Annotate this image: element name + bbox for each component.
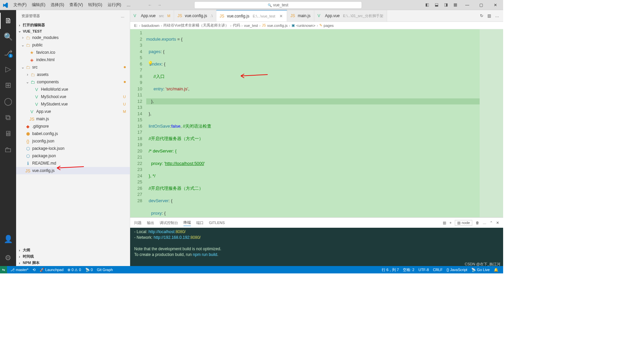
nav-back-icon[interactable]: ← — [147, 3, 153, 7]
tab-vueconfig-local[interactable]: JSvue.config.js.\ — [174, 10, 216, 21]
activity-account[interactable]: 👤 — [0, 231, 16, 247]
section-timeline[interactable]: ›时间线 — [16, 253, 130, 260]
tree-myschool[interactable]: VMySchool.vueU — [16, 93, 130, 100]
minimap[interactable] — [480, 29, 503, 217]
layout-right-icon[interactable]: ◨ — [443, 2, 449, 8]
status-errors[interactable]: ⊗ 0 ⚠ 0 — [65, 268, 83, 272]
tree-public[interactable]: ⌄🗀public — [16, 41, 130, 49]
activity-folder[interactable]: 🗀 — [0, 142, 16, 158]
activity-debug[interactable]: ▷ — [0, 61, 16, 77]
terminal-node-badge[interactable]: ▥ node — [455, 220, 472, 226]
activity-extensions[interactable]: ⊞ — [0, 77, 16, 93]
sidebar-more-icon[interactable]: … — [121, 14, 124, 18]
maximize-button[interactable]: ▢ — [476, 3, 486, 7]
section-outline[interactable]: ›大纲 — [16, 247, 130, 253]
breadcrumb[interactable]: E:› baidudown› 尚硅谷Vue技术全家桶（天禹老师主讲）› 代码› … — [130, 22, 503, 29]
activity-gitlens[interactable]: ⧉ — [0, 110, 16, 126]
code-editor[interactable]: 1234567891011121314151617181920212223242… — [130, 29, 503, 217]
tree-pkg[interactable]: ⬡package.json — [16, 152, 130, 160]
section-npm[interactable]: ›NPM 脚本 — [16, 260, 130, 266]
tree-jsconfig[interactable]: {}jsconfig.json — [16, 137, 130, 145]
tab-appvue-ext[interactable]: VApp.vueE:\...\01_src_分析脚手架 — [314, 10, 387, 21]
tree-mainjs[interactable]: JSmain.js — [16, 115, 130, 123]
tree-gitignore[interactable]: ◆.gitignore — [16, 123, 130, 130]
tab-mainjs[interactable]: JSmain.js — [287, 10, 314, 21]
status-gitgraph[interactable]: Git Graph — [95, 268, 115, 272]
tree-components[interactable]: ⌄🗀components — [16, 78, 130, 86]
status-remote[interactable]: ⇋ — [0, 266, 7, 273]
tab-more-icon[interactable]: … — [495, 13, 499, 18]
tree-helloworld[interactable]: VHelloWorld.vue — [16, 86, 130, 93]
status-branch[interactable]: ⎇ master* — [8, 268, 31, 272]
terminal-output[interactable]: - Local: http://localhost:8080/ - Networ… — [130, 228, 503, 266]
menu-file[interactable]: 文件(F) — [11, 2, 29, 8]
minimize-button[interactable]: — — [462, 3, 472, 7]
tree-mystudent[interactable]: VMyStudent.vueU — [16, 100, 130, 108]
layout-bottom-icon[interactable]: ⬓ — [434, 2, 439, 8]
command-center[interactable]: vue_test — [194, 1, 362, 9]
status-bell-icon[interactable]: 🔔 — [492, 267, 500, 272]
activity-scm[interactable]: ⎇3 — [0, 45, 16, 61]
activity-github[interactable]: ◯ — [0, 93, 16, 110]
activity-settings[interactable]: ⚙ — [0, 250, 16, 266]
file-tree: ›🗀node_modules ⌄🗀public ★favicon.ico ◈in… — [16, 34, 130, 174]
status-golive[interactable]: 📡 Go Live — [469, 267, 492, 272]
menu-run[interactable]: 运行(R) — [105, 2, 124, 8]
status-position[interactable]: 行 6，列 7 — [380, 267, 401, 272]
tree-indexhtml[interactable]: ◈index.html — [16, 56, 130, 63]
tree-vueconfig[interactable]: JSvue.config.js — [16, 167, 130, 174]
terminal-more-icon[interactable]: … — [483, 221, 486, 225]
editor-tabs: VApp.vuesrcM JSvue.config.js.\ JSvue.con… — [130, 10, 503, 22]
diff-icon[interactable]: ↻ — [480, 13, 483, 18]
activity-search[interactable]: 🔍 — [0, 29, 16, 45]
tree-babel[interactable]: ⬢babel.config.js — [16, 130, 130, 137]
panel-output[interactable]: 输出 — [147, 220, 154, 226]
status-sync[interactable]: ⟲ — [31, 268, 38, 272]
tree-favicon[interactable]: ★favicon.ico — [16, 49, 130, 56]
layout-left-icon[interactable]: ◧ — [425, 2, 430, 8]
activity-explorer[interactable]: 🗎 — [0, 13, 16, 29]
activity-remote[interactable]: 🖥 — [0, 126, 16, 142]
status-ports[interactable]: 📡 0 — [83, 268, 95, 272]
menu-goto[interactable]: 转到(G) — [86, 2, 105, 8]
search-icon — [268, 3, 273, 7]
menu-select[interactable]: 选择(S) — [48, 2, 67, 8]
tree-assets[interactable]: ›🗀assets — [16, 71, 130, 78]
section-open-editors[interactable]: ›打开的编辑器 — [16, 22, 130, 28]
tree-pkglock[interactable]: ⬡package-lock.json — [16, 145, 130, 152]
lightbulb-icon[interactable]: 💡 — [148, 61, 153, 66]
status-encoding[interactable]: UTF-8 — [416, 267, 431, 272]
status-launchpad[interactable]: 🚀 Launchpad — [38, 268, 65, 272]
tab-vueconfig-ext[interactable]: JSvue.config.jsE:\...\vue_test✕ — [216, 10, 287, 21]
menu-more[interactable]: … — [124, 3, 133, 7]
status-eol[interactable]: CRLF — [431, 267, 445, 272]
terminal-close-icon[interactable]: ✕ — [496, 221, 499, 225]
tree-appvue[interactable]: VApp.vueM — [16, 108, 130, 115]
panel-terminal[interactable]: 终端 — [183, 219, 191, 226]
menu-view[interactable]: 查看(V) — [67, 2, 86, 8]
panel-problems[interactable]: 问题 — [134, 220, 142, 226]
panel-gitlens[interactable]: GITLENS — [209, 220, 225, 225]
tab-appvue-src[interactable]: VApp.vuesrcM — [130, 10, 174, 21]
tree-node-modules[interactable]: ›🗀node_modules — [16, 34, 130, 41]
terminal-split-icon[interactable]: ▥ — [443, 221, 446, 225]
section-project[interactable]: ⌄VUE_TEST — [16, 28, 130, 34]
status-bar: ⇋ ⎇ master* ⟲ 🚀 Launchpad ⊗ 0 ⚠ 0 📡 0 Gi… — [0, 266, 503, 273]
close-button[interactable]: ✕ — [490, 3, 500, 7]
close-icon[interactable]: ✕ — [279, 14, 283, 18]
nav-forward-icon[interactable]: → — [156, 3, 163, 7]
line-numbers: 1234567891011121314151617181920212223242… — [130, 29, 146, 217]
bottom-panel: 问题 输出 调试控制台 终端 端口 GITLENS ▥ + ▥ node 🗑 …… — [130, 217, 503, 266]
panel-ports[interactable]: 端口 — [196, 220, 204, 226]
split-icon[interactable]: ▥ — [487, 13, 491, 18]
terminal-add-icon[interactable]: + — [449, 221, 451, 225]
tree-src[interactable]: ⌄🗀src — [16, 63, 130, 71]
status-lang[interactable]: {} JavaScript — [444, 267, 469, 272]
terminal-trash-icon[interactable]: 🗑 — [476, 221, 479, 225]
tree-readme[interactable]: ℹREADME.md — [16, 160, 130, 167]
status-spaces[interactable]: 空格: 2 — [401, 267, 416, 272]
menu-edit[interactable]: 编辑(E) — [29, 2, 48, 8]
panel-debug[interactable]: 调试控制台 — [160, 220, 178, 226]
layout-custom-icon[interactable]: ▦ — [453, 2, 458, 8]
terminal-max-icon[interactable]: ⌃ — [490, 221, 493, 225]
